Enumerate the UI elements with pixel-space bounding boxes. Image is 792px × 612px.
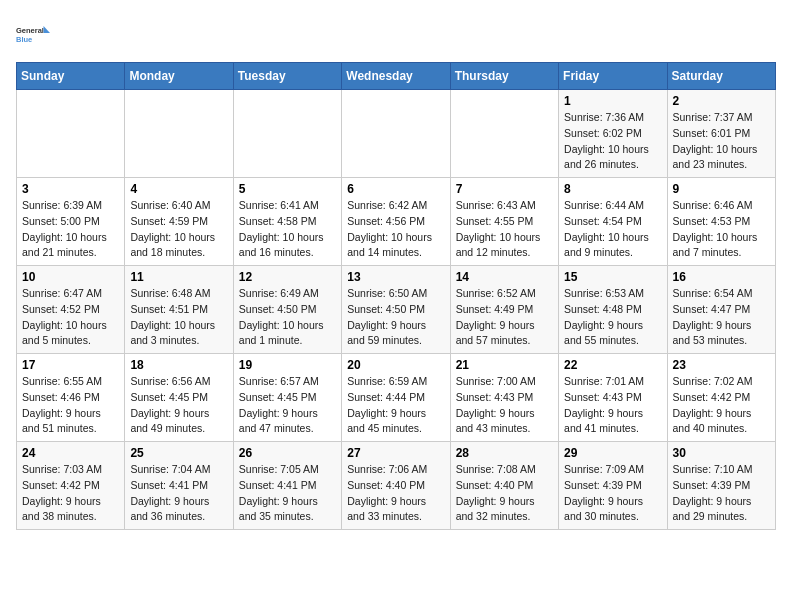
- calendar-cell: 6Sunrise: 6:42 AM Sunset: 4:56 PM Daylig…: [342, 178, 450, 266]
- day-info: Sunrise: 6:40 AM Sunset: 4:59 PM Dayligh…: [130, 198, 227, 261]
- calendar-cell: 8Sunrise: 6:44 AM Sunset: 4:54 PM Daylig…: [559, 178, 667, 266]
- day-info: Sunrise: 6:56 AM Sunset: 4:45 PM Dayligh…: [130, 374, 227, 437]
- calendar-cell: 27Sunrise: 7:06 AM Sunset: 4:40 PM Dayli…: [342, 442, 450, 530]
- svg-marker-2: [44, 26, 51, 33]
- calendar-cell: 29Sunrise: 7:09 AM Sunset: 4:39 PM Dayli…: [559, 442, 667, 530]
- day-info: Sunrise: 6:43 AM Sunset: 4:55 PM Dayligh…: [456, 198, 553, 261]
- weekday-header-friday: Friday: [559, 63, 667, 90]
- day-info: Sunrise: 6:41 AM Sunset: 4:58 PM Dayligh…: [239, 198, 336, 261]
- day-number: 25: [130, 446, 227, 460]
- day-info: Sunrise: 6:46 AM Sunset: 4:53 PM Dayligh…: [673, 198, 770, 261]
- day-number: 3: [22, 182, 119, 196]
- day-info: Sunrise: 7:04 AM Sunset: 4:41 PM Dayligh…: [130, 462, 227, 525]
- calendar-cell: 30Sunrise: 7:10 AM Sunset: 4:39 PM Dayli…: [667, 442, 775, 530]
- day-info: Sunrise: 7:37 AM Sunset: 6:01 PM Dayligh…: [673, 110, 770, 173]
- calendar-cell: 10Sunrise: 6:47 AM Sunset: 4:52 PM Dayli…: [17, 266, 125, 354]
- day-info: Sunrise: 7:09 AM Sunset: 4:39 PM Dayligh…: [564, 462, 661, 525]
- day-info: Sunrise: 7:08 AM Sunset: 4:40 PM Dayligh…: [456, 462, 553, 525]
- day-info: Sunrise: 6:55 AM Sunset: 4:46 PM Dayligh…: [22, 374, 119, 437]
- day-number: 13: [347, 270, 444, 284]
- calendar-cell: 28Sunrise: 7:08 AM Sunset: 4:40 PM Dayli…: [450, 442, 558, 530]
- day-number: 6: [347, 182, 444, 196]
- day-info: Sunrise: 6:48 AM Sunset: 4:51 PM Dayligh…: [130, 286, 227, 349]
- calendar-cell: 20Sunrise: 6:59 AM Sunset: 4:44 PM Dayli…: [342, 354, 450, 442]
- day-number: 16: [673, 270, 770, 284]
- day-info: Sunrise: 6:42 AM Sunset: 4:56 PM Dayligh…: [347, 198, 444, 261]
- day-number: 9: [673, 182, 770, 196]
- day-info: Sunrise: 7:06 AM Sunset: 4:40 PM Dayligh…: [347, 462, 444, 525]
- day-number: 22: [564, 358, 661, 372]
- calendar-cell: 15Sunrise: 6:53 AM Sunset: 4:48 PM Dayli…: [559, 266, 667, 354]
- day-number: 11: [130, 270, 227, 284]
- day-number: 24: [22, 446, 119, 460]
- day-info: Sunrise: 6:47 AM Sunset: 4:52 PM Dayligh…: [22, 286, 119, 349]
- day-number: 30: [673, 446, 770, 460]
- calendar-cell: 16Sunrise: 6:54 AM Sunset: 4:47 PM Dayli…: [667, 266, 775, 354]
- day-number: 26: [239, 446, 336, 460]
- day-info: Sunrise: 7:10 AM Sunset: 4:39 PM Dayligh…: [673, 462, 770, 525]
- day-number: 2: [673, 94, 770, 108]
- calendar-cell: 5Sunrise: 6:41 AM Sunset: 4:58 PM Daylig…: [233, 178, 341, 266]
- day-info: Sunrise: 6:49 AM Sunset: 4:50 PM Dayligh…: [239, 286, 336, 349]
- calendar-cell: 17Sunrise: 6:55 AM Sunset: 4:46 PM Dayli…: [17, 354, 125, 442]
- weekday-header-saturday: Saturday: [667, 63, 775, 90]
- calendar-cell: 3Sunrise: 6:39 AM Sunset: 5:00 PM Daylig…: [17, 178, 125, 266]
- calendar-cell: 25Sunrise: 7:04 AM Sunset: 4:41 PM Dayli…: [125, 442, 233, 530]
- calendar-cell: 22Sunrise: 7:01 AM Sunset: 4:43 PM Dayli…: [559, 354, 667, 442]
- calendar-cell: [233, 90, 341, 178]
- day-info: Sunrise: 6:57 AM Sunset: 4:45 PM Dayligh…: [239, 374, 336, 437]
- day-number: 21: [456, 358, 553, 372]
- day-number: 19: [239, 358, 336, 372]
- calendar-cell: 21Sunrise: 7:00 AM Sunset: 4:43 PM Dayli…: [450, 354, 558, 442]
- calendar-table: SundayMondayTuesdayWednesdayThursdayFrid…: [16, 62, 776, 530]
- weekday-header-wednesday: Wednesday: [342, 63, 450, 90]
- day-info: Sunrise: 6:53 AM Sunset: 4:48 PM Dayligh…: [564, 286, 661, 349]
- calendar-cell: 19Sunrise: 6:57 AM Sunset: 4:45 PM Dayli…: [233, 354, 341, 442]
- day-number: 27: [347, 446, 444, 460]
- day-number: 28: [456, 446, 553, 460]
- calendar-cell: 11Sunrise: 6:48 AM Sunset: 4:51 PM Dayli…: [125, 266, 233, 354]
- calendar-cell: 1Sunrise: 7:36 AM Sunset: 6:02 PM Daylig…: [559, 90, 667, 178]
- calendar-cell: 4Sunrise: 6:40 AM Sunset: 4:59 PM Daylig…: [125, 178, 233, 266]
- calendar-cell: [17, 90, 125, 178]
- day-info: Sunrise: 7:02 AM Sunset: 4:42 PM Dayligh…: [673, 374, 770, 437]
- day-info: Sunrise: 7:05 AM Sunset: 4:41 PM Dayligh…: [239, 462, 336, 525]
- day-number: 5: [239, 182, 336, 196]
- day-number: 15: [564, 270, 661, 284]
- svg-text:Blue: Blue: [16, 35, 32, 44]
- day-info: Sunrise: 7:36 AM Sunset: 6:02 PM Dayligh…: [564, 110, 661, 173]
- day-info: Sunrise: 6:52 AM Sunset: 4:49 PM Dayligh…: [456, 286, 553, 349]
- page-header: GeneralBlue: [16, 16, 776, 52]
- day-info: Sunrise: 6:44 AM Sunset: 4:54 PM Dayligh…: [564, 198, 661, 261]
- calendar-cell: 18Sunrise: 6:56 AM Sunset: 4:45 PM Dayli…: [125, 354, 233, 442]
- day-number: 10: [22, 270, 119, 284]
- day-info: Sunrise: 6:59 AM Sunset: 4:44 PM Dayligh…: [347, 374, 444, 437]
- day-number: 20: [347, 358, 444, 372]
- logo-icon: GeneralBlue: [16, 16, 52, 52]
- calendar-cell: [450, 90, 558, 178]
- day-number: 18: [130, 358, 227, 372]
- weekday-header-sunday: Sunday: [17, 63, 125, 90]
- day-number: 8: [564, 182, 661, 196]
- day-info: Sunrise: 7:01 AM Sunset: 4:43 PM Dayligh…: [564, 374, 661, 437]
- day-number: 17: [22, 358, 119, 372]
- weekday-header-thursday: Thursday: [450, 63, 558, 90]
- day-info: Sunrise: 6:50 AM Sunset: 4:50 PM Dayligh…: [347, 286, 444, 349]
- day-number: 12: [239, 270, 336, 284]
- day-info: Sunrise: 6:54 AM Sunset: 4:47 PM Dayligh…: [673, 286, 770, 349]
- calendar-cell: 23Sunrise: 7:02 AM Sunset: 4:42 PM Dayli…: [667, 354, 775, 442]
- calendar-cell: 13Sunrise: 6:50 AM Sunset: 4:50 PM Dayli…: [342, 266, 450, 354]
- day-number: 7: [456, 182, 553, 196]
- svg-text:General: General: [16, 26, 44, 35]
- day-number: 29: [564, 446, 661, 460]
- day-number: 1: [564, 94, 661, 108]
- calendar-cell: 7Sunrise: 6:43 AM Sunset: 4:55 PM Daylig…: [450, 178, 558, 266]
- calendar-cell: 9Sunrise: 6:46 AM Sunset: 4:53 PM Daylig…: [667, 178, 775, 266]
- weekday-header-tuesday: Tuesday: [233, 63, 341, 90]
- calendar-cell: 2Sunrise: 7:37 AM Sunset: 6:01 PM Daylig…: [667, 90, 775, 178]
- weekday-header-monday: Monday: [125, 63, 233, 90]
- calendar-cell: 26Sunrise: 7:05 AM Sunset: 4:41 PM Dayli…: [233, 442, 341, 530]
- logo: GeneralBlue: [16, 16, 52, 52]
- day-info: Sunrise: 7:03 AM Sunset: 4:42 PM Dayligh…: [22, 462, 119, 525]
- day-number: 23: [673, 358, 770, 372]
